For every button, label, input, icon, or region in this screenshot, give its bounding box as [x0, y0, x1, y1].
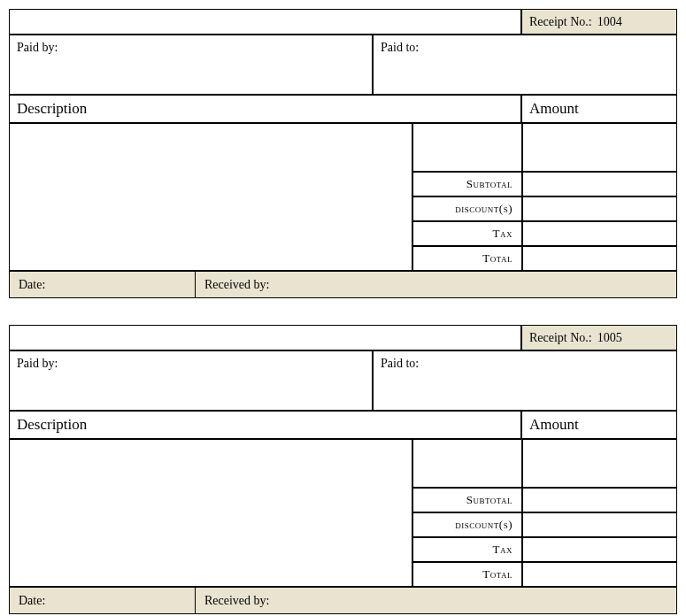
tax-value[interactable]: [522, 537, 677, 562]
receipt-number-field: Receipt No.: 1004: [521, 10, 676, 35]
amount-header: Amount: [521, 95, 676, 123]
subtotal-value[interactable]: [522, 172, 677, 196]
description-body[interactable]: [10, 439, 412, 587]
paid-by-field[interactable]: Paid by:: [10, 35, 373, 95]
paid-by-field[interactable]: Paid by:: [10, 350, 373, 411]
line-amount-value[interactable]: [522, 439, 677, 488]
paid-to-field[interactable]: Paid to:: [373, 350, 676, 411]
tax-label: Tax: [412, 221, 522, 246]
receipt-form: Receipt No.: 1004 Paid by: Paid to: Desc…: [9, 9, 677, 298]
amount-header: Amount: [521, 411, 676, 439]
tax-label: Tax: [412, 537, 522, 562]
receipt-no-label: Receipt No.:: [529, 331, 592, 345]
receipt-form: Receipt No.: 1005 Paid by: Paid to: Desc…: [9, 325, 677, 614]
total-value[interactable]: [522, 562, 677, 587]
received-by-label: Received by:: [204, 278, 269, 292]
description-header: Description: [10, 411, 521, 439]
date-field[interactable]: Date:: [10, 271, 196, 297]
receipt-no-value: 1004: [597, 15, 622, 29]
tax-value[interactable]: [522, 221, 677, 246]
date-field[interactable]: Date:: [10, 587, 196, 613]
receipt-number-field: Receipt No.: 1005: [521, 326, 676, 350]
discounts-value[interactable]: [522, 196, 677, 221]
paid-to-field[interactable]: Paid to:: [373, 35, 676, 95]
total-value[interactable]: [522, 246, 677, 271]
description-body[interactable]: [10, 123, 412, 271]
top-blank: [10, 326, 521, 350]
paid-to-label: Paid to:: [381, 41, 419, 54]
top-blank: [10, 10, 521, 35]
total-label: Total: [412, 562, 522, 587]
line-amount-label-blank: [412, 439, 522, 488]
subtotal-value[interactable]: [522, 488, 677, 512]
paid-by-label: Paid by:: [17, 41, 58, 54]
subtotal-label: Subtotal: [412, 172, 522, 196]
date-label: Date:: [19, 594, 45, 608]
description-header: Description: [10, 95, 521, 123]
receipt-no-label: Receipt No.:: [529, 15, 592, 29]
received-by-label: Received by:: [204, 594, 269, 608]
received-by-field[interactable]: Received by:: [196, 271, 676, 297]
paid-to-label: Paid to:: [381, 357, 419, 370]
subtotal-label: Subtotal: [412, 488, 522, 512]
line-amount-value[interactable]: [522, 123, 677, 172]
discounts-label: discount(s): [412, 512, 522, 537]
paid-by-label: Paid by:: [17, 357, 58, 370]
discounts-value[interactable]: [522, 512, 677, 537]
date-label: Date:: [19, 278, 45, 292]
receipt-no-value: 1005: [597, 331, 622, 345]
discounts-label: discount(s): [412, 196, 522, 221]
line-amount-label-blank: [412, 123, 522, 172]
total-label: Total: [412, 246, 522, 271]
received-by-field[interactable]: Received by:: [196, 587, 676, 613]
